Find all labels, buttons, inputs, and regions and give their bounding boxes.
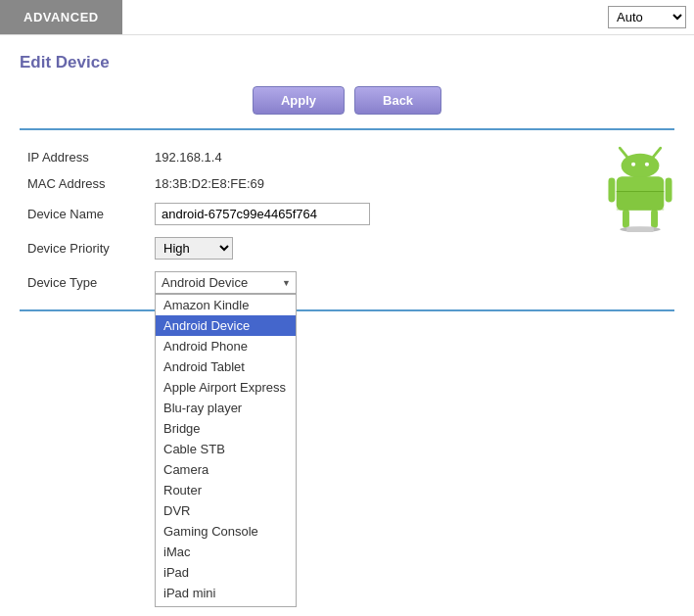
mac-address-row: MAC Address 18:3B:D2:E8:FE:69 <box>20 170 567 197</box>
advanced-tab[interactable]: ADVANCED <box>0 0 122 34</box>
dropdown-item[interactable]: Bridge <box>156 418 296 439</box>
device-name-cell <box>147 197 567 231</box>
device-priority-cell: Low Normal High <box>147 231 567 265</box>
dropdown-item[interactable]: Apple Airport Express <box>156 377 296 398</box>
svg-rect-6 <box>608 178 615 203</box>
dropdown-item[interactable]: Android Tablet <box>156 356 296 377</box>
dropdown-item[interactable]: iPad mini <box>156 583 296 603</box>
top-divider <box>20 128 674 130</box>
top-bar: ADVANCED Auto <box>0 0 694 35</box>
svg-rect-8 <box>623 209 629 227</box>
device-priority-label: Device Priority <box>20 231 147 265</box>
dropdown-item[interactable]: Gaming Console <box>156 521 296 542</box>
svg-point-2 <box>622 154 660 178</box>
main-content: Edit Device Apply Back IP Address 192.16… <box>0 35 694 331</box>
dropdown-item[interactable]: Camera <box>156 459 296 480</box>
svg-rect-9 <box>651 209 658 227</box>
auto-select[interactable]: Auto <box>608 6 686 28</box>
android-icon <box>606 144 674 232</box>
device-type-row: Device Type Android Device Amazon Kindle… <box>20 265 567 300</box>
dropdown-item[interactable]: Blu-ray player <box>156 398 296 418</box>
device-type-label: Device Type <box>20 265 147 300</box>
dropdown-item[interactable]: iMac <box>156 542 296 562</box>
bottom-divider <box>20 309 674 311</box>
dropdown-item[interactable]: Cable STB <box>156 439 296 459</box>
svg-point-3 <box>631 163 635 166</box>
device-type-display[interactable]: Android Device <box>155 271 297 294</box>
device-type-selected-text: Android Device <box>162 275 248 290</box>
device-type-dropdown[interactable]: Amazon KindleAndroid DeviceAndroid Phone… <box>155 294 297 607</box>
apply-button[interactable]: Apply <box>253 86 345 115</box>
ip-address-value: 192.168.1.4 <box>147 144 567 170</box>
device-type-cell: Android Device Amazon KindleAndroid Devi… <box>147 265 567 300</box>
dropdown-item[interactable]: Amazon Kindle <box>156 295 296 315</box>
device-name-row: Device Name <box>20 197 567 231</box>
device-type-wrap: Android Device Amazon KindleAndroid Devi… <box>155 271 297 294</box>
mac-address-label: MAC Address <box>20 170 147 197</box>
device-name-label: Device Name <box>20 197 147 231</box>
ip-address-label: IP Address <box>20 144 147 170</box>
dropdown-item[interactable]: iPhone 5/5s/5c <box>156 603 296 607</box>
svg-rect-7 <box>666 178 672 203</box>
device-name-input[interactable] <box>155 203 370 225</box>
svg-rect-11 <box>617 191 664 210</box>
dropdown-item[interactable]: iPad <box>156 562 296 583</box>
mac-address-value: 18:3B:D2:E8:FE:69 <box>147 170 567 197</box>
svg-point-4 <box>645 163 649 166</box>
android-icon-area <box>606 144 674 232</box>
dropdown-item[interactable]: Router <box>156 480 296 500</box>
device-priority-select[interactable]: Low Normal High <box>155 237 233 260</box>
auto-select-wrap: Auto <box>608 6 694 28</box>
svg-rect-13 <box>626 226 654 232</box>
back-button[interactable]: Back <box>354 86 441 115</box>
button-row: Apply Back <box>20 86 674 115</box>
form-table: IP Address 192.168.1.4 MAC Address 18:3B… <box>20 144 567 300</box>
page-title: Edit Device <box>20 53 674 72</box>
dropdown-item[interactable]: Android Phone <box>156 336 296 356</box>
device-priority-row: Device Priority Low Normal High <box>20 231 567 265</box>
dropdown-item[interactable]: Android Device <box>156 315 296 336</box>
dropdown-item[interactable]: DVR <box>156 500 296 521</box>
ip-address-row: IP Address 192.168.1.4 <box>20 144 567 170</box>
